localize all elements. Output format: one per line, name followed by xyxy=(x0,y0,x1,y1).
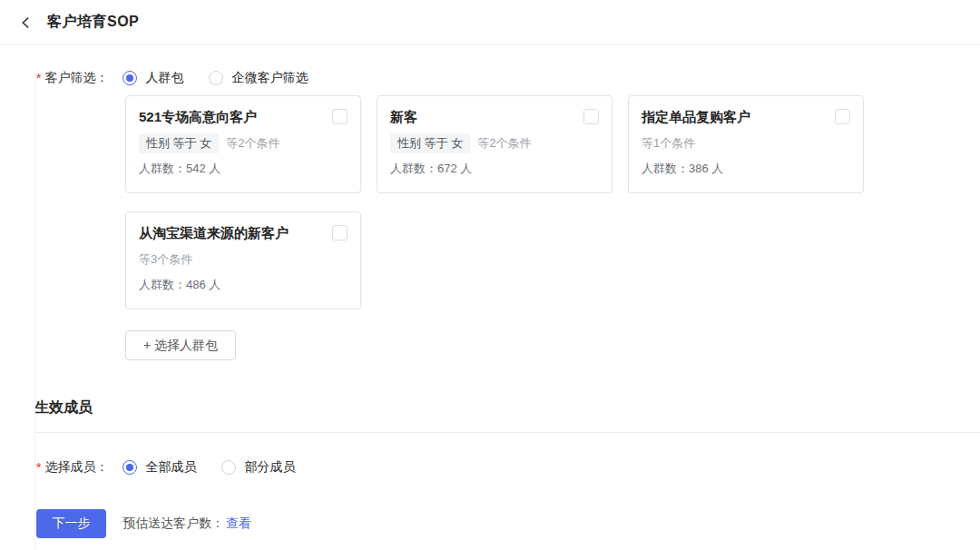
radio-option-label: 人群包 xyxy=(145,70,183,86)
card-extra-conditions: 等2个条件 xyxy=(226,135,279,152)
radio-unchecked-icon[interactable] xyxy=(221,460,236,475)
customer-filter-radio-group: 人群包 企微客户筛选 xyxy=(122,70,333,86)
page-header: 客户培育SOP xyxy=(0,0,980,45)
radio-option-label: 企微客户筛选 xyxy=(231,70,308,86)
back-icon[interactable] xyxy=(16,14,34,32)
card-extra-conditions: 等1个条件 xyxy=(642,135,695,152)
card-count-value: 386 人 xyxy=(689,162,723,175)
card-count-label: 人群数： xyxy=(139,278,186,291)
radio-option-label: 全部成员 xyxy=(145,459,196,476)
audience-card[interactable]: 521专场高意向客户 性别 等于 女 等2个条件 人群数：542 人 xyxy=(125,95,361,193)
card-condition-tag: 性别 等于 女 xyxy=(390,133,470,153)
radio-checked-icon[interactable] xyxy=(122,71,137,85)
card-checkbox[interactable] xyxy=(332,109,348,124)
page-title: 客户培育SOP xyxy=(47,13,139,32)
audience-card-list: 521专场高意向客户 性别 等于 女 等2个条件 人群数：542 人 新客 性别… xyxy=(125,95,869,309)
card-count-value: 672 人 xyxy=(437,162,472,175)
radio-unchecked-icon[interactable] xyxy=(209,71,223,85)
footer-actions: 下一步 预估送达客户数：查看 xyxy=(36,509,980,538)
card-condition-tag: 性别 等于 女 xyxy=(139,133,219,153)
panel-left-border xyxy=(34,80,35,550)
card-title: 从淘宝渠道来源的新客户 xyxy=(139,224,289,242)
customer-filter-row: * 客户筛选： 人群包 企微客户筛选 xyxy=(36,70,980,86)
card-extra-conditions: 等3个条件 xyxy=(139,251,192,268)
card-count-value: 486 人 xyxy=(186,278,220,291)
radio-option-label: 部分成员 xyxy=(244,459,295,476)
radio-option-partial-members[interactable]: 部分成员 xyxy=(221,459,295,476)
audience-card[interactable]: 指定单品复购客户 等1个条件 人群数：386 人 xyxy=(628,95,864,193)
card-count-label: 人群数： xyxy=(390,162,437,175)
card-count-label: 人群数： xyxy=(642,162,689,175)
required-mark: * xyxy=(36,71,41,85)
main-content: * 客户筛选： 人群包 企微客户筛选 521专场高意向客户 性别 等于 女 等2… xyxy=(0,70,980,538)
audience-card[interactable]: 从淘宝渠道来源的新客户 等3个条件 人群数：486 人 xyxy=(125,211,361,309)
card-title: 521专场高意向客户 xyxy=(139,108,257,126)
card-extra-conditions: 等2个条件 xyxy=(477,135,531,152)
view-link[interactable]: 查看 xyxy=(226,516,251,530)
member-radio-group: 全部成员 部分成员 xyxy=(122,459,320,476)
card-checkbox[interactable] xyxy=(583,109,599,124)
section-divider xyxy=(34,432,980,433)
next-step-button[interactable]: 下一步 xyxy=(36,509,106,538)
radio-option-all-members[interactable]: 全部成员 xyxy=(122,459,196,476)
card-title: 指定单品复购客户 xyxy=(642,108,750,126)
card-checkbox[interactable] xyxy=(835,109,850,124)
card-count-value: 542 人 xyxy=(186,162,220,175)
member-select-row: * 选择成员： 全部成员 部分成员 xyxy=(36,459,980,476)
estimate-label: 预估送达客户数： xyxy=(122,516,224,530)
radio-option-wecom-filter[interactable]: 企微客户筛选 xyxy=(209,70,308,86)
card-count-label: 人群数： xyxy=(139,162,186,175)
radio-checked-icon[interactable] xyxy=(122,460,137,475)
audience-card[interactable]: 新客 性别 等于 女 等2个条件 人群数：672 人 xyxy=(377,95,612,193)
card-title: 新客 xyxy=(390,108,417,126)
select-package-button[interactable]: + 选择人群包 xyxy=(125,330,236,360)
card-checkbox[interactable] xyxy=(332,225,348,241)
radio-option-crowd-package[interactable]: 人群包 xyxy=(122,70,183,86)
required-mark: * xyxy=(36,460,41,475)
member-select-label: 选择成员： xyxy=(44,459,108,476)
customer-filter-label: 客户筛选： xyxy=(44,70,108,86)
section-title-members: 生效成员 xyxy=(34,398,980,417)
